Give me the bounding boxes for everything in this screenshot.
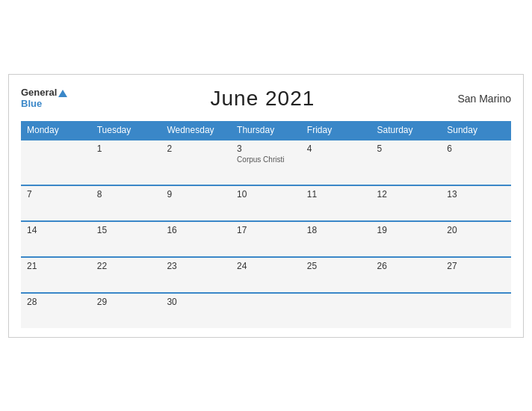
weekday-header-saturday: Saturday bbox=[371, 121, 442, 140]
calendar-region: San Marino bbox=[457, 93, 511, 105]
calendar-cell: 8 bbox=[91, 185, 161, 221]
weekday-header-wednesday: Wednesday bbox=[161, 121, 231, 140]
calendar-week-row: 14151617181920 bbox=[21, 221, 511, 257]
calendar-week-row: 123Corpus Christi456 bbox=[21, 140, 511, 185]
day-number: 8 bbox=[97, 189, 155, 200]
calendar-cell: 26 bbox=[371, 257, 442, 293]
day-number: 28 bbox=[27, 297, 85, 307]
weekday-header-thursday: Thursday bbox=[231, 121, 301, 140]
weekday-header-sunday: Sunday bbox=[441, 121, 511, 140]
logo-general-text: General bbox=[21, 87, 67, 98]
calendar-cell: 6 bbox=[441, 140, 511, 185]
day-number: 7 bbox=[27, 189, 85, 200]
calendar-table: MondayTuesdayWednesdayThursdayFridaySatu… bbox=[21, 121, 511, 328]
day-number: 19 bbox=[377, 225, 436, 235]
calendar-week-row: 78910111213 bbox=[21, 185, 511, 221]
calendar-cell: 1 bbox=[91, 140, 161, 185]
calendar-week-row: 282930 bbox=[21, 293, 511, 328]
calendar-cell: 4 bbox=[301, 140, 371, 185]
calendar-cell: 9 bbox=[161, 185, 231, 221]
calendar-cell: 16 bbox=[161, 221, 231, 257]
day-number: 17 bbox=[237, 225, 295, 235]
calendar-cell: 10 bbox=[231, 185, 301, 221]
calendar-header: General Blue June 2021 San Marino bbox=[21, 87, 511, 111]
day-number: 3 bbox=[237, 143, 295, 154]
day-number: 23 bbox=[167, 261, 225, 271]
day-number: 20 bbox=[447, 225, 505, 235]
calendar-cell: 28 bbox=[21, 293, 91, 328]
day-number: 24 bbox=[237, 261, 295, 271]
weekday-header-row: MondayTuesdayWednesdayThursdayFridaySatu… bbox=[21, 121, 511, 140]
weekday-header-monday: Monday bbox=[21, 121, 91, 140]
calendar-cell bbox=[371, 293, 442, 328]
calendar-cell: 29 bbox=[91, 293, 161, 328]
calendar-cell: 12 bbox=[371, 185, 442, 221]
day-number: 14 bbox=[27, 225, 85, 235]
day-number: 9 bbox=[167, 189, 225, 200]
calendar-week-row: 21222324252627 bbox=[21, 257, 511, 293]
weekday-header-friday: Friday bbox=[301, 121, 371, 140]
calendar-cell: 18 bbox=[301, 221, 371, 257]
day-number: 5 bbox=[377, 143, 436, 154]
day-number: 18 bbox=[307, 225, 365, 235]
day-number: 22 bbox=[97, 261, 155, 271]
calendar-cell: 11 bbox=[301, 185, 371, 221]
day-number: 16 bbox=[167, 225, 225, 235]
calendar-container: General Blue June 2021 San Marino Monday… bbox=[8, 74, 524, 338]
calendar-cell: 25 bbox=[301, 257, 371, 293]
calendar-title: June 2021 bbox=[211, 87, 315, 111]
calendar-cell: 24 bbox=[231, 257, 301, 293]
event-label: Corpus Christi bbox=[237, 155, 295, 164]
calendar-cell: 23 bbox=[161, 257, 231, 293]
calendar-cell: 19 bbox=[371, 221, 442, 257]
day-number: 12 bbox=[377, 189, 436, 200]
day-number: 13 bbox=[447, 189, 505, 200]
calendar-cell: 27 bbox=[441, 257, 511, 293]
calendar-cell bbox=[231, 293, 301, 328]
calendar-cell: 7 bbox=[21, 185, 91, 221]
day-number: 4 bbox=[307, 143, 365, 154]
calendar-cell bbox=[21, 140, 91, 185]
calendar-cell bbox=[441, 293, 511, 328]
day-number: 6 bbox=[447, 143, 505, 154]
calendar-cell: 14 bbox=[21, 221, 91, 257]
calendar-cell: 5 bbox=[371, 140, 442, 185]
day-number: 21 bbox=[27, 261, 85, 271]
calendar-cell: 15 bbox=[91, 221, 161, 257]
calendar-cell: 21 bbox=[21, 257, 91, 293]
calendar-cell: 20 bbox=[441, 221, 511, 257]
calendar-cell bbox=[301, 293, 371, 328]
day-number: 27 bbox=[447, 261, 505, 271]
calendar-cell: 13 bbox=[441, 185, 511, 221]
logo-triangle-icon bbox=[58, 90, 67, 97]
weekday-header-tuesday: Tuesday bbox=[91, 121, 161, 140]
logo-blue-text: Blue bbox=[21, 99, 67, 109]
day-number: 26 bbox=[377, 261, 436, 271]
day-number: 29 bbox=[97, 297, 155, 307]
calendar-cell: 2 bbox=[161, 140, 231, 185]
day-number: 11 bbox=[307, 189, 365, 200]
day-number: 15 bbox=[97, 225, 155, 235]
day-number: 1 bbox=[97, 143, 155, 154]
calendar-cell: 17 bbox=[231, 221, 301, 257]
day-number: 25 bbox=[307, 261, 365, 271]
calendar-cell: 22 bbox=[91, 257, 161, 293]
day-number: 2 bbox=[167, 143, 225, 154]
calendar-cell: 30 bbox=[161, 293, 231, 328]
day-number: 30 bbox=[167, 297, 225, 307]
calendar-cell: 3Corpus Christi bbox=[231, 140, 301, 185]
logo: General Blue bbox=[21, 87, 67, 109]
day-number: 10 bbox=[237, 189, 295, 200]
